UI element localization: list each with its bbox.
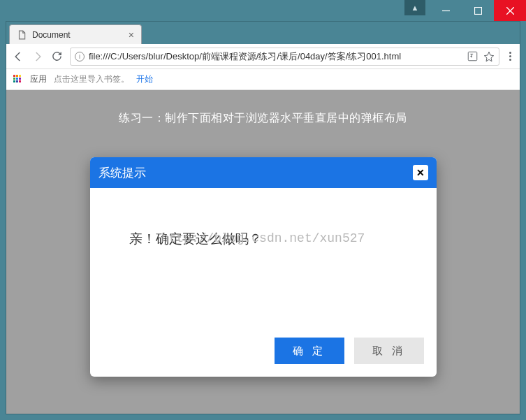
confirm-button[interactable]: 确 定 xyxy=(275,338,344,364)
window-close-button[interactable] xyxy=(494,0,526,21)
tab-title: Document xyxy=(32,30,71,40)
minimize-icon xyxy=(442,7,450,15)
apps-label[interactable]: 应用 xyxy=(30,73,47,85)
arrow-left-icon xyxy=(12,50,24,63)
tab-close-icon[interactable]: × xyxy=(129,29,134,41)
browser-menu-button[interactable] xyxy=(506,52,514,61)
file-icon xyxy=(17,30,27,40)
modal-dialog: 系统提示 ✕ 亲！确定要这么做吗？ 确 定 取 消 xyxy=(90,157,437,377)
bookmarks-start-link[interactable]: 开始 xyxy=(136,73,153,85)
browser-window: Document × i file:///C:/Users/blur/Deskt… xyxy=(6,21,520,414)
maximize-icon xyxy=(474,7,482,15)
apps-icon[interactable] xyxy=(13,75,23,85)
dialog-body: 亲！确定要这么做吗？ xyxy=(90,188,437,328)
profile-icon[interactable]: ▲ xyxy=(404,0,425,15)
bookmarks-hint: 点击这里导入书签。 xyxy=(54,73,129,85)
minimize-button[interactable] xyxy=(430,0,462,21)
page-viewport: 练习一：制作下面相对于浏览器水平垂直居中的弹框布局 http://blog.cs… xyxy=(6,90,520,414)
dialog-title: 系统提示 xyxy=(98,165,146,181)
arrow-right-icon xyxy=(31,50,44,63)
translate-icon[interactable] xyxy=(467,51,478,61)
tab-strip: Document × xyxy=(6,22,520,44)
maximize-button[interactable] xyxy=(462,0,494,21)
cancel-button[interactable]: 取 消 xyxy=(354,338,424,364)
star-icon[interactable] xyxy=(483,51,495,62)
dialog-message: 亲！确定要这么做吗？ xyxy=(129,231,262,246)
window-controls: ▲ xyxy=(404,0,526,21)
window-titlebar: ▲ xyxy=(0,0,526,21)
dialog-close-button[interactable]: ✕ xyxy=(413,165,428,180)
reload-button[interactable] xyxy=(51,50,63,62)
bookmarks-bar: 应用 点击这里导入书签。 开始 xyxy=(6,69,520,90)
browser-toolbar: i file:///C:/Users/blur/Desktop/前端课程资源/练… xyxy=(6,44,520,69)
dialog-header: 系统提示 ✕ xyxy=(90,157,437,188)
address-bar[interactable]: i file:///C:/Users/blur/Desktop/前端课程资源/练… xyxy=(70,48,499,66)
dialog-footer: 确 定 取 消 xyxy=(90,328,437,377)
close-icon xyxy=(506,7,514,15)
page-heading: 练习一：制作下面相对于浏览器水平垂直居中的弹框布局 xyxy=(6,111,520,126)
url-text: file:///C:/Users/blur/Desktop/前端课程资源/练习/… xyxy=(89,50,463,63)
browser-tab[interactable]: Document × xyxy=(9,24,142,44)
forward-button[interactable] xyxy=(31,50,44,63)
svg-rect-1 xyxy=(474,7,481,14)
close-icon: ✕ xyxy=(416,167,425,178)
reload-icon xyxy=(51,50,63,62)
svg-rect-4 xyxy=(468,52,477,61)
back-button[interactable] xyxy=(12,50,24,63)
page-info-icon[interactable]: i xyxy=(75,52,85,61)
